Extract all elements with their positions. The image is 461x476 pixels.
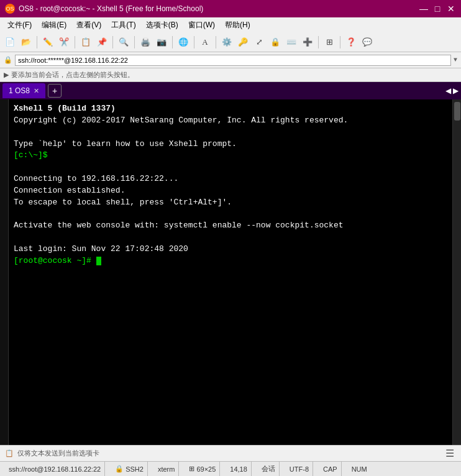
title-bar: OS OS8 - root@cocosk:~ - Xshell 5 (Free … — [0, 0, 461, 17]
window-controls: — □ ✕ — [419, 4, 456, 14]
menu-file[interactable]: 文件(F) — [2, 19, 37, 32]
scrollbar-thumb[interactable] — [454, 102, 460, 121]
bottom-bar: 📋 仅将文本发送到当前选项卡 ☰ — [0, 445, 461, 461]
terminal-line-13: Last login: Sun Nov 22 17:02:48 2020 — [14, 244, 447, 255]
terminal-line-2: Copyright (c) 2002-2017 NetSarang Comput… — [14, 115, 447, 127]
arrow-icon[interactable]: ▶ — [4, 71, 9, 79]
bottom-menu-button[interactable]: ☰ — [444, 447, 456, 460]
status-num: NUM — [348, 462, 371, 476]
status-cursor: 14,18 — [226, 462, 252, 476]
globe-button[interactable]: 🌐 — [176, 35, 191, 50]
separator-9 — [340, 36, 340, 48]
right-scrollbar[interactable] — [452, 99, 461, 445]
terminal-line-9: To escape to local shell, press 'Ctrl+Al… — [14, 197, 447, 209]
menu-bar: 文件(F) 编辑(E) 查看(V) 工具(T) 选项卡(B) 窗口(W) 帮助(… — [0, 17, 461, 32]
address-input[interactable] — [15, 55, 451, 66]
separator-8 — [318, 36, 319, 48]
tab-close-icon[interactable]: ✕ — [34, 87, 39, 95]
status-lock: 🔒 SSH2 — [111, 462, 148, 476]
terminal-line-1: Xshell 5 (Build 1337) — [14, 103, 447, 115]
window-title: OS8 - root@cocosk:~ - Xshell 5 (Free for… — [19, 4, 203, 13]
menu-help[interactable]: 帮助(H) — [220, 19, 255, 32]
bottom-bar-text: 仅将文本发送到当前选项卡 — [17, 449, 99, 458]
status-address-text: ssh://root@192.168.116.22:22 — [9, 465, 101, 473]
terminal-cursor — [96, 257, 101, 265]
tabs-navigation: ◀ ▶ — [445, 86, 459, 95]
menu-window[interactable]: 窗口(W) — [183, 19, 220, 32]
tab-add-button[interactable]: + — [48, 84, 62, 98]
terminal-line-8: Connection established. — [14, 185, 447, 197]
paste-button[interactable]: 📌 — [94, 35, 109, 50]
status-session: 会话 — [258, 462, 280, 476]
minimize-button[interactable]: — — [419, 4, 429, 14]
separator-3 — [112, 36, 113, 48]
clipboard-icon: 📋 — [5, 449, 14, 457]
toolbar: 📄 📂 ✏️ ✂️ 📋 📌 🔍 🖨️ 📷 🌐 A ⚙️ 🔑 ⤢ 🔒 ⌨️ ➕ ⊞… — [0, 32, 461, 52]
address-bar: 🔒 ▼ — [0, 52, 461, 68]
tabs-bar: 1 OS8 ✕ + ◀ ▶ — [0, 82, 461, 99]
cut-button[interactable]: ✂️ — [57, 35, 71, 50]
tab-os8[interactable]: 1 OS8 ✕ — [2, 83, 45, 98]
menu-tabs[interactable]: 选项卡(B) — [141, 19, 183, 32]
separator-1 — [37, 36, 37, 48]
separator-6 — [194, 36, 194, 48]
terminal-line-4: Type `help' to learn how to use Xshell p… — [14, 139, 447, 150]
app-icon: OS — [5, 4, 15, 14]
lock-button[interactable]: 🔒 — [268, 35, 283, 50]
copy-session-button[interactable]: 📋 — [78, 35, 93, 50]
new-button[interactable]: 📄 — [2, 35, 17, 50]
tab-label: 1 OS8 — [9, 86, 30, 95]
status-terminal-text: xterm — [158, 465, 175, 473]
screenshot-button[interactable]: 📷 — [154, 35, 169, 50]
font-button[interactable]: A — [198, 35, 212, 50]
title-bar-left: OS OS8 - root@cocosk:~ - Xshell 5 (Free … — [5, 4, 203, 14]
info-text: 要添加当前会话，点击左侧的箭头按钮。 — [11, 70, 134, 80]
edit-button[interactable]: ✏️ — [40, 35, 55, 50]
terminal-line-6 — [14, 162, 447, 173]
status-encoding: UTF-8 — [286, 462, 313, 476]
status-size-text: 69×25 — [196, 465, 216, 473]
lock-status-icon: 🔒 — [115, 465, 124, 473]
lock-icon: 🔒 — [4, 56, 12, 64]
key-button[interactable]: 🔑 — [235, 35, 250, 50]
status-protocol: SSH2 — [126, 465, 144, 473]
print-button[interactable]: 🖨️ — [138, 35, 153, 50]
status-session-text: 会话 — [262, 464, 275, 474]
terminal-line-3 — [14, 127, 447, 139]
size-icon: ⊞ — [189, 465, 194, 473]
terminal-line-14: [root@cocosk ~]# — [14, 255, 447, 267]
scroll-button[interactable]: ⊞ — [322, 35, 337, 50]
terminal-line-12 — [14, 232, 447, 244]
terminal-line-5: [c:\~]$ — [14, 150, 447, 162]
tabs-next-button[interactable]: ▶ — [453, 86, 459, 95]
menu-tools[interactable]: 工具(T) — [106, 19, 140, 32]
close-button[interactable]: ✕ — [446, 4, 456, 14]
search-button[interactable]: 🔍 — [116, 35, 131, 50]
menu-view[interactable]: 查看(V) — [71, 19, 106, 32]
keyboard-button[interactable]: ⌨️ — [284, 35, 299, 50]
separator-5 — [172, 36, 173, 48]
expand-button[interactable]: ⤢ — [252, 35, 267, 50]
maximize-button[interactable]: □ — [432, 4, 442, 14]
plus-button[interactable]: ➕ — [300, 35, 315, 50]
info-bar: ▶ 要添加当前会话，点击左侧的箭头按钮。 — [0, 68, 461, 82]
open-button[interactable]: 📂 — [19, 35, 34, 50]
terminal[interactable]: Xshell 5 (Build 1337) Copyright (c) 2002… — [9, 99, 452, 445]
address-dropdown-icon[interactable]: ▼ — [454, 57, 457, 63]
settings-button[interactable]: ⚙️ — [219, 35, 234, 50]
terminal-wrapper: Xshell 5 (Build 1337) Copyright (c) 2002… — [0, 99, 461, 445]
left-gutter — [0, 99, 9, 445]
status-bar: ssh://root@192.168.116.22:22 🔒 SSH2 xter… — [0, 461, 461, 476]
tabs-prev-button[interactable]: ◀ — [445, 86, 451, 95]
menu-edit[interactable]: 编辑(E) — [37, 19, 71, 32]
separator-2 — [75, 36, 75, 48]
status-address: ssh://root@192.168.116.22:22 — [5, 462, 105, 476]
separator-4 — [134, 36, 135, 48]
status-caps: CAP — [319, 462, 342, 476]
terminal-line-11: Activate the web console with: systemctl… — [14, 220, 447, 232]
chat-button[interactable]: 💬 — [360, 35, 375, 50]
status-cursor-text: 14,18 — [230, 465, 247, 473]
status-size: ⊞ 69×25 — [185, 462, 220, 476]
help-button[interactable]: ❓ — [344, 35, 358, 50]
separator-7 — [216, 36, 216, 48]
